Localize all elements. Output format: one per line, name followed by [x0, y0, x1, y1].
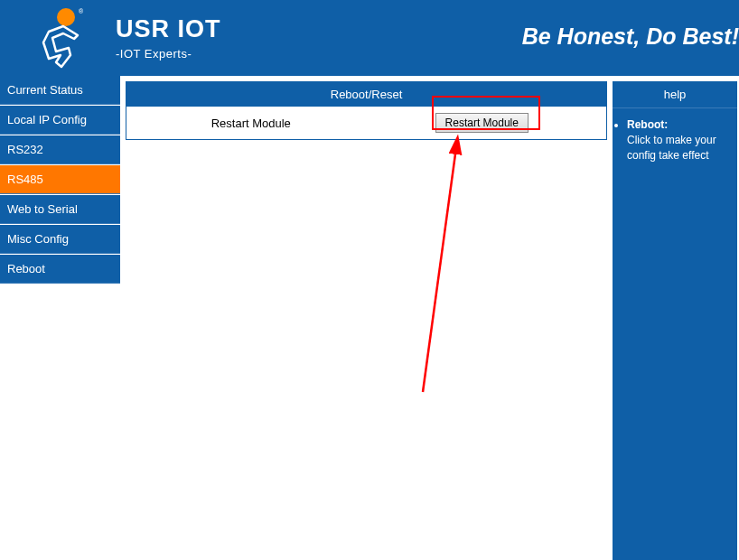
sidebar: Current Status Local IP Config RS232 RS4… — [0, 76, 120, 560]
panel-action: Restart Module — [367, 113, 598, 133]
reboot-panel: Reboot/Reset Restart Module Restart Modu… — [126, 81, 607, 140]
brand-subtitle: -IOT Experts- — [116, 47, 221, 61]
svg-text:®: ® — [79, 8, 84, 14]
svg-line-3 — [423, 141, 457, 392]
restart-module-button[interactable]: Restart Module — [435, 113, 529, 133]
help-item-text: Click to make your config take effect — [627, 134, 716, 162]
brand: USR IOT -IOT Experts- — [116, 15, 221, 61]
panel-title: Reboot/Reset — [126, 82, 606, 107]
help-body: Reboot: Click to make your config take e… — [613, 108, 737, 163]
logo-icon: ® — [36, 6, 90, 70]
sidebar-item-current-status[interactable]: Current Status — [0, 76, 120, 105]
sidebar-item-rs485[interactable]: RS485 — [0, 165, 120, 194]
help-inner: help Reboot: Click to make your config t… — [613, 81, 737, 560]
help-item: Reboot: Click to make your config take e… — [627, 117, 732, 163]
main-layout: Current Status Local IP Config RS232 RS4… — [0, 76, 739, 560]
help-item-bold: Reboot: — [627, 118, 668, 131]
header: ® USR IOT -IOT Experts- Be Honest, Do Be… — [0, 0, 739, 76]
help-panel: help Reboot: Click to make your config t… — [613, 76, 739, 560]
arrow-annotation-icon — [391, 130, 500, 401]
svg-point-0 — [57, 8, 75, 26]
help-title: help — [613, 81, 737, 108]
slogan: Be Honest, Do Best! — [522, 23, 739, 50]
sidebar-item-local-ip-config[interactable]: Local IP Config — [0, 106, 120, 135]
restart-label: Restart Module — [136, 117, 367, 130]
sidebar-item-rs232[interactable]: RS232 — [0, 135, 120, 164]
sidebar-item-misc-config[interactable]: Misc Config — [0, 225, 120, 254]
panel-body: Restart Module Restart Module — [126, 107, 606, 139]
brand-title: USR IOT — [116, 15, 221, 43]
sidebar-item-reboot[interactable]: Reboot — [0, 255, 120, 284]
sidebar-item-web-to-serial[interactable]: Web to Serial — [0, 195, 120, 224]
content-area: Reboot/Reset Restart Module Restart Modu… — [120, 76, 613, 560]
